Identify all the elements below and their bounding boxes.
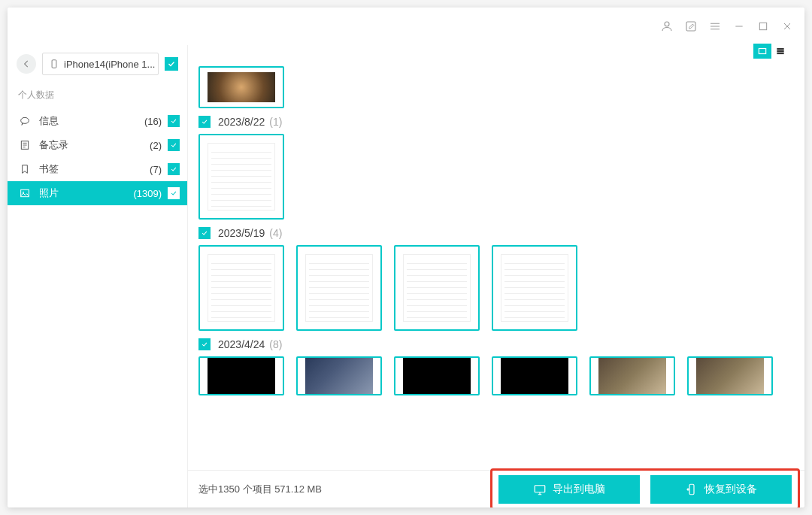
svg-rect-6 xyxy=(21,189,29,196)
body: iPhone14(iPhone 1... 个人数据 信息 (16) xyxy=(8,45,804,507)
photo-thumbnail[interactable] xyxy=(198,134,284,220)
sidebar-item-label: 备忘录 xyxy=(39,138,150,152)
sidebar-item-count: (1309) xyxy=(133,188,162,199)
photo-thumbnail[interactable] xyxy=(687,356,773,395)
svg-rect-11 xyxy=(777,53,783,54)
sidebar-item-bookmarks[interactable]: 书签 (7) xyxy=(8,157,187,181)
photo-thumbnail[interactable] xyxy=(492,245,577,331)
photo-thumbnail[interactable] xyxy=(296,245,382,331)
app-window: iPhone14(iPhone 1... 个人数据 信息 (16) xyxy=(8,8,804,507)
sidebar-item-label: 照片 xyxy=(39,186,133,200)
selection-status: 选中1350 个项目 571.12 MB xyxy=(198,483,322,496)
minimize-icon[interactable] xyxy=(732,20,746,33)
thumb-row xyxy=(198,134,789,220)
close-icon[interactable] xyxy=(780,20,794,33)
svg-rect-2 xyxy=(759,23,766,29)
view-toggle xyxy=(753,44,789,59)
export-icon xyxy=(533,483,547,496)
date-group-header: 2023/8/22 (1) xyxy=(198,116,789,128)
svg-rect-8 xyxy=(759,49,765,54)
restore-to-device-button[interactable]: 恢复到设备 xyxy=(650,475,792,504)
button-label: 恢复到设备 xyxy=(704,483,757,496)
device-checkbox[interactable] xyxy=(165,57,178,71)
group-date: 2023/5/19 xyxy=(218,227,265,239)
item-checkbox[interactable] xyxy=(168,115,180,127)
note-icon xyxy=(18,138,32,152)
device-row: iPhone14(iPhone 1... xyxy=(8,48,187,84)
sidebar-item-notes[interactable]: 备忘录 (2) xyxy=(8,133,187,157)
photo-thumbnail[interactable] xyxy=(198,245,284,331)
group-checkbox[interactable] xyxy=(198,227,211,239)
sidebar-item-photos[interactable]: 照片 (1309) xyxy=(8,181,187,205)
photo-thumbnail[interactable] xyxy=(198,66,284,108)
footer: 选中1350 个项目 571.12 MB 导出到电脑 恢复到设备 xyxy=(188,470,804,507)
list-view-icon[interactable] xyxy=(771,44,789,59)
photo-icon xyxy=(18,186,32,200)
svg-rect-9 xyxy=(777,48,783,50)
thumb-row xyxy=(198,66,789,108)
group-count: (8) xyxy=(269,338,282,350)
sidebar-item-messages[interactable]: 信息 (16) xyxy=(8,109,187,133)
photo-scroll-area[interactable]: 2023/8/22 (1) 2023/5/19 (4) xyxy=(188,63,804,470)
photo-thumbnail[interactable] xyxy=(198,356,284,395)
photo-thumbnail[interactable] xyxy=(589,356,675,395)
photo-thumbnail[interactable] xyxy=(394,356,480,395)
device-selector[interactable]: iPhone14(iPhone 1... xyxy=(42,53,159,75)
date-group-header: 2023/4/24 (8) xyxy=(198,338,789,350)
date-group-header: 2023/5/19 (4) xyxy=(198,227,789,239)
group-date: 2023/8/22 xyxy=(218,116,265,128)
svg-rect-1 xyxy=(686,22,695,31)
grid-view-icon[interactable] xyxy=(753,44,771,59)
thumb-row xyxy=(198,245,789,331)
sidebar-section-title: 个人数据 xyxy=(8,84,187,109)
photo-thumbnail[interactable] xyxy=(296,356,382,395)
sidebar-item-label: 书签 xyxy=(39,162,150,176)
message-icon xyxy=(18,114,32,128)
group-checkbox[interactable] xyxy=(198,338,211,350)
maximize-icon[interactable] xyxy=(756,20,770,33)
restore-icon xyxy=(685,483,698,496)
item-checkbox[interactable] xyxy=(168,187,180,199)
phone-icon xyxy=(49,59,59,69)
content-area: 2023/8/22 (1) 2023/5/19 (4) xyxy=(188,45,804,507)
button-label: 导出到电脑 xyxy=(553,483,605,496)
sidebar-item-count: (7) xyxy=(150,164,162,175)
device-name: iPhone14(iPhone 1... xyxy=(64,59,155,70)
svg-rect-3 xyxy=(52,60,56,68)
footer-buttons-highlight: 导出到电脑 恢复到设备 xyxy=(490,468,800,507)
back-button[interactable] xyxy=(17,54,36,74)
sidebar-item-label: 信息 xyxy=(39,114,144,128)
item-checkbox[interactable] xyxy=(168,139,180,151)
bookmark-icon xyxy=(18,162,32,176)
thumb-row xyxy=(198,356,789,395)
menu-icon[interactable] xyxy=(708,20,722,33)
svg-rect-10 xyxy=(777,50,783,52)
sidebar: iPhone14(iPhone 1... 个人数据 信息 (16) xyxy=(8,45,188,507)
photo-thumbnail[interactable] xyxy=(492,356,577,395)
export-to-pc-button[interactable]: 导出到电脑 xyxy=(498,475,640,504)
group-count: (1) xyxy=(269,116,282,128)
item-checkbox[interactable] xyxy=(168,163,180,175)
user-icon[interactable] xyxy=(660,20,674,33)
group-date: 2023/4/24 xyxy=(218,338,265,350)
group-checkbox[interactable] xyxy=(198,116,211,128)
photo-thumbnail[interactable] xyxy=(394,245,480,331)
svg-point-0 xyxy=(665,22,669,26)
svg-rect-13 xyxy=(689,484,694,495)
sidebar-item-count: (2) xyxy=(150,140,162,151)
edit-icon[interactable] xyxy=(684,20,698,33)
svg-rect-12 xyxy=(535,485,545,492)
titlebar xyxy=(8,8,804,45)
svg-point-4 xyxy=(21,117,29,123)
sidebar-item-count: (16) xyxy=(144,116,162,127)
group-count: (4) xyxy=(269,227,282,239)
